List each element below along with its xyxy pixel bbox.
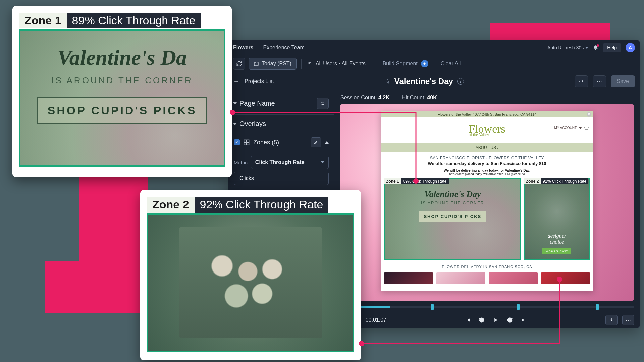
zone-1-tag: Zone 189% Click Through Rate <box>384 178 449 184</box>
edit-zones-button[interactable] <box>311 137 321 147</box>
cart-icon[interactable] <box>584 126 589 130</box>
site-tagline-3: We will be delivering all day today, for… <box>381 169 593 172</box>
auto-refresh-label: Auto Refresh <box>547 45 575 50</box>
project-title: Valentine's Day <box>394 77 453 86</box>
more-menu-button[interactable]: ⋯ <box>593 75 606 87</box>
site-zones: Zone 189% Click Through Rate Valentine's… <box>381 178 593 263</box>
bouquet-image <box>179 227 322 339</box>
users-events-label: All Users • All Events <box>316 61 366 67</box>
site-thumbnails <box>381 272 593 284</box>
right-panel: Session Count: 4.2K Hit Count: 40K Flowe… <box>334 91 640 328</box>
zone-1-card-cta[interactable]: SHOP CUPID'S PICKS <box>37 97 207 124</box>
info-icon[interactable]: i <box>457 78 464 85</box>
share-button[interactable] <box>575 75 588 87</box>
zone-2-cta[interactable]: ORDER NOW <box>542 248 571 254</box>
svg-rect-2 <box>247 140 249 142</box>
stats-row: Session Count: 4.2K Hit Count: 40K <box>334 91 640 104</box>
build-segment-label: Build Segment <box>383 61 418 67</box>
overlays-section: Overlays <box>228 115 334 132</box>
play-button[interactable] <box>491 315 500 325</box>
svg-rect-3 <box>244 143 247 145</box>
back-arrow-icon[interactable]: ← <box>233 77 240 85</box>
session-count: Session Count: 4.2K <box>340 95 390 101</box>
site-tagline-1: SAN FRANCISCO FLORIST - FLOWERS OF THE V… <box>381 152 593 160</box>
zone-2-tag: Zone 292% Click Through Rate <box>524 178 589 184</box>
rewind-button[interactable] <box>477 315 486 325</box>
clear-all-button[interactable]: Clear All <box>441 61 461 67</box>
compare-icon[interactable] <box>317 98 329 109</box>
zone-1-cta[interactable]: SHOP CUPID'S PICKS <box>419 211 486 222</box>
chevron-down-icon[interactable] <box>233 102 237 105</box>
bell-icon[interactable] <box>593 45 598 50</box>
projects-list-link[interactable]: Projects List <box>245 78 274 84</box>
chevron-down-icon[interactable] <box>233 123 237 125</box>
metric-option-label: Clicks <box>239 175 254 181</box>
svg-rect-4 <box>247 143 249 145</box>
session-preview[interactable]: Flowers of the Valley 4077 24th St San F… <box>340 104 634 301</box>
zone-2-name: Zone 2 <box>147 197 195 213</box>
zone-2-title: designerchoice <box>548 233 566 245</box>
zone-2-canvas <box>147 213 354 352</box>
zone-2[interactable]: Zone 292% Click Through Rate designercho… <box>524 178 590 260</box>
zone-1[interactable]: Zone 189% Click Through Rate Valentine's… <box>384 178 521 260</box>
breadcrumb-team[interactable]: Experience Team <box>263 45 304 51</box>
transport-bar: :00:16 | 00:01:07 ⋯ <box>334 311 640 328</box>
site-tagline-4: ne's orders placed today, will arrive af… <box>381 172 593 178</box>
metric-select[interactable]: Click Through Rate <box>251 156 329 169</box>
metric-option-clicks[interactable]: Clicks <box>234 172 329 185</box>
project-bar: ← Projects List ☆ Valentine's Day i ⋯ Sa… <box>228 72 640 91</box>
chevron-down-icon <box>321 161 324 163</box>
zones-label: Zones (5) <box>253 139 307 146</box>
chevron-up-icon[interactable] <box>325 141 329 144</box>
svg-rect-1 <box>244 140 247 142</box>
divider <box>375 59 375 69</box>
date-filter[interactable]: Today (PST) <box>249 58 297 70</box>
save-button[interactable]: Save <box>611 75 635 87</box>
thumb[interactable] <box>541 272 590 284</box>
close-icon[interactable]: × <box>587 112 591 117</box>
star-icon[interactable]: ☆ <box>384 77 390 85</box>
refresh-button[interactable] <box>233 58 245 70</box>
metric-row: Metric Click Through Rate <box>228 153 334 172</box>
zone-1-canvas: Valentine's Da IS AROUND THE CORNER SHOP… <box>19 29 225 167</box>
thumb[interactable] <box>436 272 485 284</box>
zones-row: ✓ Zones (5) <box>228 132 334 153</box>
download-button[interactable] <box>605 315 618 325</box>
skip-back-button[interactable] <box>463 315 472 325</box>
transport-more-button[interactable]: ⋯ <box>622 315 634 325</box>
thumb[interactable] <box>384 272 433 284</box>
metric-value: Click Through Rate <box>255 159 305 165</box>
forward-button[interactable] <box>505 315 515 325</box>
zone-1-card-title: Valentine's Da <box>57 45 187 70</box>
site-logo: Flowersof the Valley <box>469 124 505 137</box>
site-banner: Flowers of the Valley 4077 24th St San F… <box>381 111 593 117</box>
user-avatar[interactable]: A <box>626 43 635 52</box>
breadcrumb-org[interactable]: Flowers <box>233 45 253 51</box>
thumb[interactable] <box>489 272 538 284</box>
zones-icon <box>243 139 250 146</box>
skip-forward-button[interactable] <box>519 315 529 325</box>
users-events-filter[interactable]: All Users • All Events <box>306 58 370 70</box>
build-segment-button[interactable]: Build Segment + <box>383 60 428 67</box>
zone-1-name: Zone 1 <box>19 13 67 28</box>
help-button[interactable]: Help <box>603 43 621 52</box>
zone-1-card-sub: IS AROUND THE CORNER <box>51 75 193 86</box>
page-name-section: Page Name <box>228 92 334 115</box>
account-link[interactable]: MY ACCOUNT <box>554 126 589 130</box>
site-tagline-2: We offer same-day delivery to San Franci… <box>381 160 593 169</box>
svg-rect-0 <box>254 62 258 66</box>
divider <box>301 59 302 69</box>
divider <box>436 59 436 69</box>
timeline[interactable] <box>340 303 634 311</box>
zone-1-card: Zone 1 89% Click Through Rate Valentine'… <box>12 6 232 177</box>
time-total: 00:01:07 <box>366 317 386 323</box>
zones-checkbox[interactable]: ✓ <box>234 139 240 145</box>
plus-circle-icon: + <box>421 60 428 67</box>
site-delivery: FLOWER DELIVERY IN SAN FRANCISCO, CA <box>381 263 593 272</box>
chevron-down-icon <box>585 47 588 49</box>
zone-1-metric: 89% Click Through Rate <box>67 13 201 28</box>
divider <box>258 43 258 52</box>
auto-refresh-control[interactable]: Auto Refresh 30s <box>547 45 588 50</box>
site-nav[interactable]: ABOUT US ▾ <box>381 143 593 152</box>
zone-2-card-tag: Zone 2 92% Click Through Rate <box>147 197 354 213</box>
